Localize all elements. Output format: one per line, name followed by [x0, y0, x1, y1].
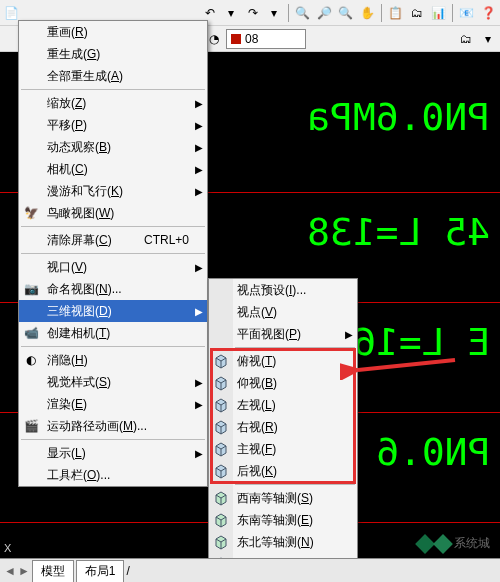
- tool-icon[interactable]: ▾: [478, 29, 498, 49]
- tool-icon[interactable]: 📧: [457, 3, 476, 23]
- menu-label: 漫游和飞行(K): [47, 183, 123, 200]
- pan-icon[interactable]: ✋: [357, 3, 376, 23]
- help-icon[interactable]: ❓: [479, 3, 498, 23]
- menu-item[interactable]: 三维视图(D)▶: [19, 300, 207, 322]
- menu-item[interactable]: 📷命名视图(N)...: [19, 278, 207, 300]
- cube-icon: [213, 397, 229, 413]
- blank-icon: [23, 396, 39, 412]
- zoom-in-icon[interactable]: 🔎: [314, 3, 333, 23]
- menu-item[interactable]: 动态观察(B)▶: [19, 136, 207, 158]
- menu-label: 运动路径动画(M)...: [47, 418, 147, 435]
- menu-item[interactable]: 视口(V)▶: [19, 256, 207, 278]
- submenu-arrow-icon: ▶: [195, 98, 203, 109]
- blank-icon: [23, 139, 39, 155]
- cube-icon: [213, 463, 229, 479]
- dropdown-icon[interactable]: ▾: [265, 3, 284, 23]
- menu-item[interactable]: 清除屏幕(C)CTRL+0: [19, 229, 207, 251]
- menu-label: 显示(L): [47, 445, 86, 462]
- cad-text: E L=16: [353, 320, 490, 364]
- menu-label: 创建相机(T): [47, 325, 110, 342]
- menu-item[interactable]: 🦅鸟瞰视图(W): [19, 202, 207, 224]
- submenu-item[interactable]: 仰视(B): [209, 372, 357, 394]
- redo-icon[interactable]: ↷: [243, 3, 262, 23]
- named-icon: 📷: [23, 281, 39, 297]
- command-prompt: X: [4, 542, 11, 554]
- submenu-item[interactable]: 右视(R): [209, 416, 357, 438]
- submenu-item[interactable]: 视点预设(I)...: [209, 279, 357, 301]
- menu-item[interactable]: 重画(R): [19, 21, 207, 43]
- menu-item[interactable]: ◐消隐(H): [19, 349, 207, 371]
- submenu-item[interactable]: 平面视图(P)▶: [209, 323, 357, 345]
- submenu-item[interactable]: 左视(L): [209, 394, 357, 416]
- submenu-item[interactable]: 主视(F): [209, 438, 357, 460]
- submenu-item[interactable]: 东北等轴测(N): [209, 531, 357, 553]
- blank-icon: [213, 326, 229, 342]
- submenu-item[interactable]: 视点(V): [209, 301, 357, 323]
- menu-item[interactable]: 工具栏(O)...: [19, 464, 207, 486]
- cad-text: PN0.6MPa: [307, 95, 490, 139]
- menu-label: 重画(R): [47, 24, 88, 41]
- menu-label: 命名视图(N)...: [47, 281, 122, 298]
- tool-icon[interactable]: 🗂: [407, 3, 426, 23]
- tab-layout1[interactable]: 布局1: [76, 560, 125, 582]
- menu-label: 相机(C): [47, 161, 88, 178]
- blank-icon: [23, 95, 39, 111]
- layer-selector[interactable]: 08: [226, 29, 306, 49]
- blank-icon: [23, 303, 39, 319]
- watermark: 系统城: [418, 535, 490, 552]
- menu-item[interactable]: 显示(L)▶: [19, 442, 207, 464]
- menu-label: 渲染(E): [47, 396, 87, 413]
- iso-icon: [213, 534, 229, 550]
- menu-label: 平移(P): [47, 117, 87, 134]
- menu-label: 左视(L): [237, 397, 276, 414]
- zoom-out-icon[interactable]: 🔍: [336, 3, 355, 23]
- tab-nav-icon[interactable]: ◄: [4, 564, 16, 578]
- zoom-icon[interactable]: 🔍: [293, 3, 312, 23]
- tab-model[interactable]: 模型: [32, 560, 74, 582]
- dropdown-icon[interactable]: ▾: [222, 3, 241, 23]
- menu-label: 平面视图(P): [237, 326, 301, 343]
- submenu-arrow-icon: ▶: [195, 164, 203, 175]
- cad-text: PN0.6: [376, 430, 490, 474]
- layer-icon[interactable]: 📋: [386, 3, 405, 23]
- menu-item[interactable]: 平移(P)▶: [19, 114, 207, 136]
- submenu-arrow-icon: ▶: [195, 186, 203, 197]
- blank-icon: [23, 183, 39, 199]
- menu-label: 东北等轴测(N): [237, 534, 314, 551]
- menu-label: 动态观察(B): [47, 139, 111, 156]
- menu-label: 消隐(H): [47, 352, 88, 369]
- menu-item[interactable]: 渲染(E)▶: [19, 393, 207, 415]
- menu-label: 西南等轴测(S): [237, 490, 313, 507]
- cube-icon: [213, 375, 229, 391]
- menu-item[interactable]: 相机(C)▶: [19, 158, 207, 180]
- menu-item[interactable]: 视觉样式(S)▶: [19, 371, 207, 393]
- cube-icon: [213, 419, 229, 435]
- submenu-item[interactable]: 后视(K): [209, 460, 357, 482]
- menu-item[interactable]: 重生成(G): [19, 43, 207, 65]
- menu-item[interactable]: 缩放(Z)▶: [19, 92, 207, 114]
- cam-icon: 📹: [23, 325, 39, 341]
- tool-icon[interactable]: 📊: [429, 3, 448, 23]
- blank-icon: [23, 259, 39, 275]
- menu-item[interactable]: 全部重生成(A): [19, 65, 207, 87]
- submenu-item[interactable]: 东南等轴测(E): [209, 509, 357, 531]
- menu-label: 仰视(B): [237, 375, 277, 392]
- menu-label: 视口(V): [47, 259, 87, 276]
- tab-nav-icon[interactable]: ►: [18, 564, 30, 578]
- iso-icon: [213, 490, 229, 506]
- menu-label: 俯视(T): [237, 353, 276, 370]
- submenu-arrow-icon: ▶: [345, 329, 353, 340]
- menu-item[interactable]: 🎬运动路径动画(M)...: [19, 415, 207, 437]
- blank-icon: [23, 24, 39, 40]
- menu-item[interactable]: 漫游和飞行(K)▶: [19, 180, 207, 202]
- iso-icon: [213, 512, 229, 528]
- blank-icon: [213, 304, 229, 320]
- submenu-item[interactable]: 西南等轴测(S): [209, 487, 357, 509]
- cube-icon: [213, 353, 229, 369]
- blank-icon: [23, 161, 39, 177]
- menu-item[interactable]: 📹创建相机(T): [19, 322, 207, 344]
- tool-icon[interactable]: 🗂: [456, 29, 476, 49]
- submenu-arrow-icon: ▶: [195, 142, 203, 153]
- blank-icon: [23, 46, 39, 62]
- submenu-item[interactable]: 俯视(T): [209, 350, 357, 372]
